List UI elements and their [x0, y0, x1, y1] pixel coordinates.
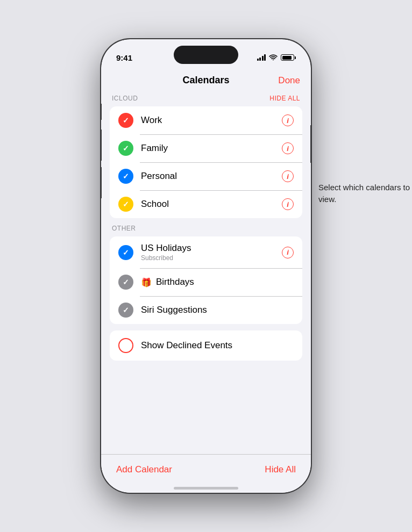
list-item[interactable]: ✓ US Holidays Subscribed i [110, 236, 302, 268]
family-info-button[interactable]: i [282, 142, 294, 154]
school-info-button[interactable]: i [282, 198, 294, 210]
checkmark-icon: ✓ [123, 145, 129, 152]
page-title: Calendars [139, 75, 273, 86]
work-item-content: Work [141, 115, 282, 126]
phone-screen: 9:41 [101, 39, 311, 493]
battery-icon [281, 54, 296, 61]
family-label: Family [141, 143, 168, 153]
dynamic-island [174, 46, 238, 64]
volume-down-button[interactable] [101, 167, 102, 198]
list-item[interactable]: ✓ Work i [110, 106, 302, 134]
school-checkbox[interactable]: ✓ [118, 197, 133, 212]
personal-info-button[interactable]: i [282, 170, 294, 182]
volume-up-button[interactable] [101, 130, 102, 161]
other-section-header: OTHER [110, 225, 302, 236]
work-info-button[interactable]: i [282, 114, 294, 126]
signal-bars-icon [257, 54, 266, 61]
family-item-content: Family [141, 143, 282, 154]
personal-label: Personal [141, 171, 177, 181]
personal-checkbox[interactable]: ✓ [118, 169, 133, 184]
show-declined-label: Show Declined Events [141, 340, 232, 351]
checkmark-icon: ✓ [123, 117, 129, 124]
list-item[interactable]: ✓ Siri Suggestions [110, 296, 302, 324]
school-item-content: School [141, 199, 282, 210]
gift-icon: 🎁 [141, 277, 152, 287]
other-section: OTHER ✓ US Holidays Subscribed i [110, 225, 302, 324]
checkmark-icon: ✓ [123, 278, 129, 286]
wifi-icon [269, 54, 278, 62]
power-button[interactable] [310, 125, 311, 163]
list-item[interactable]: ✓ 🎁 Birthdays [110, 268, 302, 296]
done-button[interactable]: Done [273, 75, 300, 86]
other-list: ✓ US Holidays Subscribed i ✓ 🎁 [110, 236, 302, 324]
family-checkbox[interactable]: ✓ [118, 141, 133, 156]
siri-label: Siri Suggestions [141, 305, 207, 315]
us-holidays-content: US Holidays Subscribed [141, 243, 282, 262]
us-holidays-label: US Holidays [141, 243, 191, 253]
siri-checkbox[interactable]: ✓ [118, 303, 133, 318]
show-declined-card[interactable]: Show Declined Events [110, 330, 302, 361]
calendar-header: Calendars Done [110, 68, 302, 95]
list-item[interactable]: ✓ Personal i [110, 162, 302, 190]
add-calendar-button[interactable]: Add Calendar [116, 464, 172, 475]
us-holidays-checkbox[interactable]: ✓ [118, 245, 133, 260]
work-checkbox[interactable]: ✓ [118, 113, 133, 128]
status-icons [257, 54, 296, 62]
hide-all-button[interactable]: Hide All [265, 464, 296, 475]
icloud-section-header: ICLOUD HIDE ALL [110, 95, 302, 106]
checkmark-icon: ✓ [123, 200, 129, 208]
other-section-label: OTHER [112, 225, 136, 232]
home-indicator [174, 487, 238, 490]
hide-all-icloud-button[interactable]: HIDE ALL [269, 95, 300, 102]
school-label: School [141, 199, 169, 209]
checkmark-icon: ✓ [123, 172, 129, 180]
icloud-section-label: ICLOUD [112, 95, 138, 102]
screen-content: Calendars Done ICLOUD HIDE ALL ✓ Work [101, 68, 311, 493]
phone-frame: 9:41 [101, 39, 311, 493]
silent-switch[interactable] [101, 104, 102, 120]
personal-item-content: Personal [141, 171, 282, 182]
birthdays-checkbox[interactable]: ✓ [118, 275, 133, 290]
icloud-list: ✓ Work i ✓ Family i [110, 106, 302, 218]
status-time: 9:41 [116, 53, 132, 62]
work-label: Work [141, 115, 162, 125]
birthdays-content: 🎁 Birthdays [141, 277, 294, 287]
checkmark-icon: ✓ [123, 306, 129, 314]
icloud-section: ICLOUD HIDE ALL ✓ Work i [110, 95, 302, 218]
list-item[interactable]: ✓ Family i [110, 134, 302, 162]
us-holidays-subtitle: Subscribed [141, 254, 282, 262]
list-item[interactable]: ✓ School i [110, 190, 302, 218]
us-holidays-info-button[interactable]: i [282, 247, 294, 258]
birthdays-label: Birthdays [156, 277, 194, 287]
annotation-text: Select which calendars to view. [318, 182, 412, 205]
show-declined-checkbox[interactable] [118, 338, 133, 353]
checkmark-icon: ✓ [123, 249, 129, 256]
siri-content: Siri Suggestions [141, 305, 294, 315]
